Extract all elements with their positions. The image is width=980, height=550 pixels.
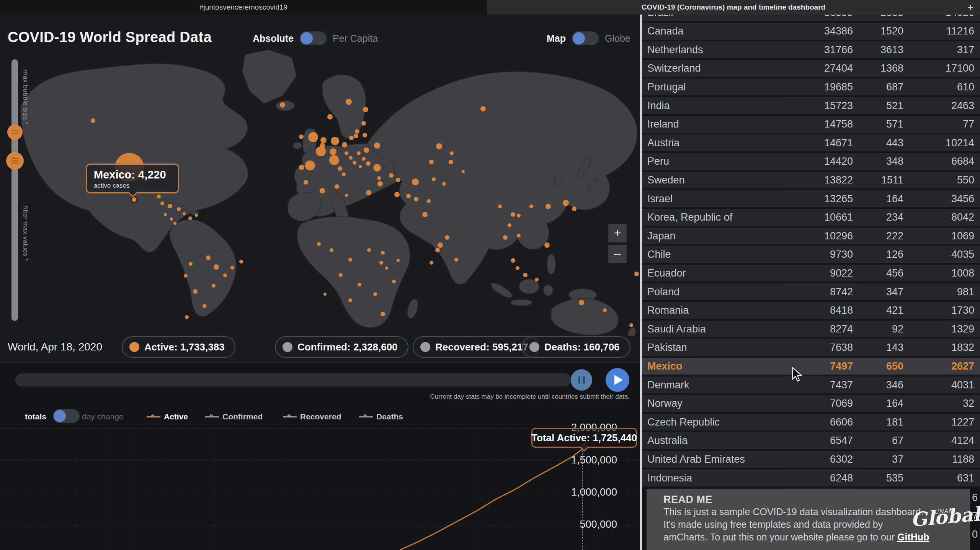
map-bubble[interactable]	[392, 280, 396, 283]
map-bubble[interactable]	[427, 199, 431, 203]
map-bubble[interactable]	[379, 261, 383, 265]
map-bubble[interactable]	[348, 258, 352, 262]
map-bubble[interactable]	[299, 165, 304, 170]
map-bubble[interactable]	[357, 151, 361, 155]
map-bubble[interactable]	[349, 136, 354, 140]
map-bubble[interactable]	[206, 255, 211, 260]
map-bubble[interactable]	[338, 166, 342, 171]
map-bubble[interactable]	[346, 99, 352, 105]
map-vertical-slider-track[interactable]	[11, 59, 18, 321]
map-bubble[interactable]	[331, 137, 339, 145]
map-bubble[interactable]	[397, 259, 400, 262]
legend-item-confirmed[interactable]: Confirmed	[205, 410, 263, 424]
map-bubble[interactable]	[353, 161, 356, 165]
map-bubble[interactable]	[389, 173, 394, 178]
map-bubble[interactable]	[299, 134, 304, 139]
per-capita-label[interactable]: Per Capita	[333, 33, 378, 44]
absolute-per-capita-switch[interactable]	[300, 31, 327, 45]
totals-label[interactable]: totals	[25, 410, 46, 424]
map-bubble[interactable]	[544, 242, 550, 248]
legend-item-deaths[interactable]: Deaths	[359, 410, 403, 424]
map-bubble[interactable]	[316, 146, 326, 156]
map-bubble[interactable]	[363, 107, 368, 112]
table-row-india[interactable]: India157235212463	[642, 97, 980, 116]
map-bubble[interactable]	[436, 143, 442, 149]
map-bubble[interactable]	[511, 258, 515, 263]
table-row-austria[interactable]: Austria1467144310214	[642, 134, 980, 153]
map-bubble[interactable]	[450, 151, 454, 155]
map-bubble[interactable]	[305, 160, 315, 170]
map-bubble[interactable]	[189, 262, 193, 266]
map-bubble[interactable]	[535, 278, 539, 282]
map-bubble[interactable]	[361, 121, 366, 126]
map-bubble[interactable]	[366, 161, 371, 166]
table-row-saudi-arabia[interactable]: Saudi Arabia8274921329	[642, 321, 980, 339]
map-bubble[interactable]	[173, 222, 176, 225]
map-bubble[interactable]	[183, 212, 186, 215]
map-bubble[interactable]	[414, 197, 418, 201]
map-bubble[interactable]	[160, 201, 164, 205]
map-bubble[interactable]	[373, 292, 377, 296]
table-row-poland[interactable]: Poland8742347981	[642, 283, 980, 302]
table-row-norway[interactable]: Norway706916432	[642, 395, 980, 414]
table-row-romania[interactable]: Romania84184211730	[642, 302, 980, 321]
map-bubble[interactable]	[373, 164, 381, 172]
timeline-slider-track[interactable]	[15, 373, 571, 386]
map-bubble[interactable]	[330, 148, 336, 155]
map-bubble[interactable]	[168, 204, 172, 208]
map-bubble[interactable]	[223, 273, 227, 277]
table-row-united-arab-emirates[interactable]: United Arab Emirates6302371188	[642, 451, 980, 470]
map-bubble[interactable]	[454, 258, 458, 262]
map-bubble[interactable]	[185, 315, 189, 319]
map-bubble[interactable]	[579, 300, 584, 305]
map-bubble[interactable]	[339, 273, 343, 277]
map-bubble[interactable]	[214, 264, 219, 270]
map-bubble[interactable]	[634, 272, 639, 276]
absolute-label[interactable]: Absolute	[253, 33, 294, 44]
zoom-out-button[interactable]: –	[608, 245, 627, 263]
map-bubble[interactable]	[354, 134, 358, 138]
legend-item-active[interactable]: Active	[147, 410, 188, 424]
map-bubble[interactable]	[280, 102, 285, 108]
map-bubble[interactable]	[435, 248, 440, 252]
table-row-pakistan[interactable]: Pakistan76381431832	[642, 339, 980, 358]
table-row-denmark[interactable]: Denmark74373464031	[642, 376, 980, 395]
map-bubble[interactable]	[345, 151, 348, 155]
map-bubble[interactable]	[511, 212, 515, 217]
map-bubble[interactable]	[193, 289, 198, 294]
map-bubble[interactable]	[517, 234, 521, 237]
stat-pill[interactable]: Recovered: 595,217	[413, 336, 539, 358]
tab-hashtag[interactable]: #juntosvenceremoscovid19	[0, 0, 487, 15]
map-bubble[interactable]	[348, 298, 352, 302]
map-bubble[interactable]	[394, 192, 400, 197]
stat-pill[interactable]: Confirmed: 2,328,600	[275, 336, 408, 358]
map-bubble[interactable]	[342, 172, 346, 176]
map-bubble[interactable]	[308, 132, 318, 142]
map-bubble[interactable]	[430, 261, 433, 265]
table-row-chile[interactable]: Chile97301264035	[642, 246, 980, 265]
map-bubble[interactable]	[195, 214, 198, 217]
map-bubble[interactable]	[572, 206, 577, 211]
map-bubble[interactable]	[342, 142, 347, 147]
map-bubble[interactable]	[396, 178, 400, 182]
map-bubble[interactable]	[449, 160, 453, 164]
table-row-switzerland[interactable]: Switzerland27404136817100	[642, 60, 980, 79]
github-link[interactable]: GitHub	[897, 532, 929, 542]
map-bubble[interactable]	[212, 284, 216, 288]
map-bubble[interactable]	[529, 205, 533, 208]
table-row-portugal[interactable]: Portugal19685687610	[642, 79, 980, 97]
table-row-peru[interactable]: Peru144203486684	[642, 153, 980, 172]
map-bubble[interactable]	[349, 156, 353, 160]
map-bubble[interactable]	[516, 266, 519, 270]
table-row-mexico[interactable]: Mexico74976502627	[642, 358, 980, 376]
max-bubble-size-handle[interactable]	[7, 124, 23, 140]
tab-dashboard[interactable]: COVID-19 (Coronavirus) map and timeline …	[487, 0, 980, 15]
map-bubble[interactable]	[517, 214, 521, 218]
map-bubble[interactable]	[203, 304, 206, 308]
table-row-korea-republic-of[interactable]: Korea, Republic of106612348042	[642, 209, 980, 228]
map-bubble[interactable]	[358, 283, 361, 286]
legend-item-recovered[interactable]: Recovered	[283, 410, 341, 424]
map-bubble[interactable]	[91, 118, 95, 123]
map-globe-switch[interactable]	[572, 31, 599, 45]
map-bubble[interactable]	[320, 137, 327, 143]
